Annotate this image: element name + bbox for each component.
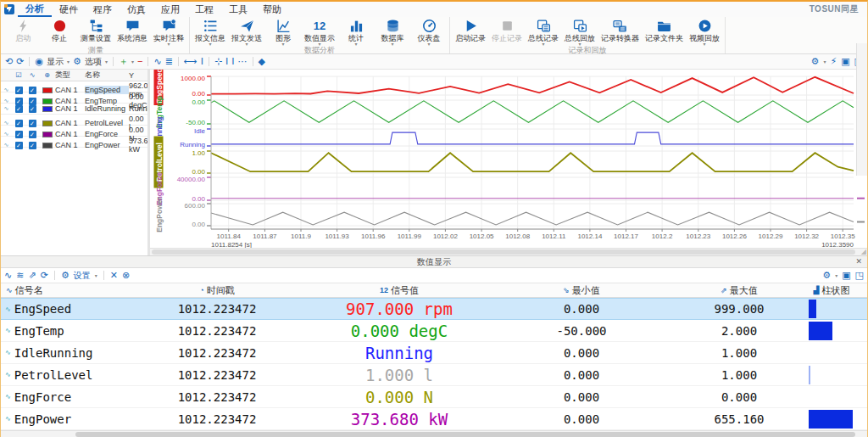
ribbon-button[interactable]: 启动记录 bbox=[453, 18, 488, 42]
ribbon-button[interactable]: 测量设置 bbox=[78, 18, 114, 42]
column-y[interactable]: Y bbox=[129, 71, 147, 80]
legend-icon[interactable]: ◆ bbox=[259, 57, 265, 66]
numeric-row[interactable]: ∿PetrolLevel1012.2234721.000 l0.0001.000 bbox=[1, 364, 867, 386]
fit-horizontal-icon[interactable]: ⟷ bbox=[184, 57, 198, 66]
numeric-row[interactable]: ∿EngPower1012.223472373.680 kW0.000655.1… bbox=[1, 408, 867, 430]
signal-name[interactable]: EngSpeed bbox=[85, 86, 129, 94]
options-menu[interactable]: 选项 bbox=[85, 56, 102, 68]
numeric-row[interactable]: ∿EngTemp1012.2234720.000 degC-50.0002.00… bbox=[1, 320, 867, 342]
display-menu[interactable]: 显示 bbox=[47, 56, 64, 68]
column-signal-value[interactable]: 信号值 bbox=[391, 284, 419, 297]
signal-color-swatch[interactable] bbox=[42, 132, 53, 137]
column-timestamp[interactable]: 时间戳 bbox=[207, 284, 235, 297]
single-axis-view-icon[interactable]: ∿ bbox=[153, 57, 161, 66]
signal-name[interactable]: IdleRunning bbox=[85, 104, 129, 113]
remove-signal-icon[interactable]: − bbox=[137, 57, 142, 66]
graph-horizontal-scrollbar[interactable]: ◢ bbox=[150, 248, 867, 255]
ribbon-button[interactable]: 总线记录▾ bbox=[526, 18, 561, 46]
clear-icon[interactable]: ✕ bbox=[110, 271, 118, 280]
export-window-icon[interactable]: ◳ bbox=[855, 271, 864, 280]
settings-gear-icon[interactable]: ⚙ bbox=[61, 271, 70, 280]
visible-checkbox[interactable]: ✓ bbox=[15, 142, 23, 149]
numeric-vertical-scrollbar[interactable] bbox=[856, 43, 867, 176]
stacked-view-icon[interactable]: ≣ bbox=[165, 57, 173, 66]
signal-color-swatch[interactable] bbox=[42, 120, 53, 126]
visible-checkbox[interactable]: ✓ bbox=[15, 131, 23, 138]
float-window-icon[interactable]: ▣ bbox=[841, 57, 849, 66]
ribbon-button[interactable]: 记录文件夹 bbox=[643, 18, 686, 42]
lightning-small-icon[interactable]: ⚡ bbox=[830, 57, 837, 66]
signal-select-icon[interactable]: ∿ bbox=[4, 271, 12, 280]
ribbon-button[interactable]: 实时注释▾ bbox=[151, 18, 186, 46]
chart-mode-icon[interactable]: ≋ bbox=[16, 271, 24, 280]
scrollbar-thumb[interactable] bbox=[75, 432, 855, 437]
scrollbar-thumb[interactable] bbox=[152, 249, 855, 255]
enabled-checkbox[interactable]: ✓ bbox=[29, 120, 36, 127]
ribbon-button[interactable]: 记录转换器 bbox=[598, 18, 642, 42]
ribbon-button[interactable]: 统计▾ bbox=[338, 18, 374, 46]
display-icon[interactable]: ◉ bbox=[35, 57, 43, 66]
wrench-icon[interactable]: ⚙ bbox=[822, 271, 831, 280]
numeric-panel-titlebar[interactable]: 数值显示 ✕ bbox=[1, 256, 867, 268]
signal-color-swatch[interactable] bbox=[42, 87, 53, 93]
fit-vertical-icon[interactable]: Ⅰ bbox=[201, 57, 203, 66]
numeric-row[interactable]: ∿EngSpeed1012.223472907.000 rpm0.000999.… bbox=[1, 298, 867, 320]
ribbon-button[interactable]: 图形▾ bbox=[265, 18, 301, 46]
ribbon-button[interactable]: 停止 bbox=[42, 18, 77, 42]
signal-color-swatch[interactable] bbox=[42, 98, 53, 104]
close-icon[interactable]: ✕ bbox=[855, 256, 862, 267]
ribbon-button[interactable]: 报文信息▾ bbox=[192, 18, 228, 46]
signal-name[interactable]: PetrolLevel bbox=[85, 119, 129, 127]
wrench-icon[interactable]: ⚙ bbox=[811, 57, 820, 66]
float-window-icon[interactable]: ▣ bbox=[842, 271, 850, 280]
menu-tab[interactable]: 程序 bbox=[86, 2, 120, 17]
settings-menu[interactable]: 设置 bbox=[74, 270, 91, 282]
redo-icon[interactable]: ⟳ bbox=[16, 57, 24, 66]
visible-checkbox[interactable]: ✓ bbox=[15, 87, 23, 94]
column-max[interactable]: 最大值 bbox=[730, 284, 758, 297]
undo-icon[interactable]: ⟲ bbox=[5, 57, 13, 66]
cursor-tools-icon[interactable]: ⊹ bbox=[214, 57, 222, 66]
menu-tab[interactable]: 分析 bbox=[18, 2, 52, 17]
menu-tab[interactable]: 应用 bbox=[153, 2, 187, 17]
trace-style-icon[interactable]: ∿ bbox=[25, 71, 39, 79]
signal-graph[interactable]: 1000.000.00EngSpeed0.00-50.00EngTempIdle… bbox=[150, 70, 866, 249]
ribbon-button[interactable]: 数据库▾ bbox=[375, 18, 410, 46]
numeric-row[interactable]: ∿EngForce1012.2234720.000 N0.0000.000 bbox=[1, 386, 867, 408]
options-gear-icon[interactable]: ⚙ bbox=[73, 57, 81, 66]
ribbon-button[interactable]: 视频回放▾ bbox=[687, 18, 722, 46]
numeric-horizontal-scrollbar[interactable] bbox=[1, 430, 867, 437]
visible-checkbox[interactable]: ✓ bbox=[15, 98, 23, 105]
enabled-checkbox[interactable]: ✓ bbox=[29, 142, 36, 149]
ribbon-button[interactable]: 报文发送▾ bbox=[229, 18, 264, 46]
signal-row[interactable]: ∿✓✓CAN 1IdleRunningRunning bbox=[1, 104, 147, 115]
marker-1-icon[interactable]: Ⅰ bbox=[225, 57, 228, 66]
marker-2-icon[interactable]: Ⅰ bbox=[231, 57, 234, 66]
ribbon-button[interactable]: 12数值显示▾ bbox=[302, 18, 337, 46]
enabled-checkbox[interactable]: ✓ bbox=[29, 98, 36, 105]
visible-checkbox-icon[interactable]: ☑ bbox=[12, 71, 25, 79]
signal-color-swatch[interactable] bbox=[42, 143, 53, 148]
menu-tab[interactable]: 硬件 bbox=[52, 2, 86, 17]
enabled-checkbox[interactable]: ✓ bbox=[29, 131, 36, 138]
ribbon-button[interactable]: 总线回放▾ bbox=[562, 18, 598, 46]
more-tools-icon[interactable]: ⋯ bbox=[238, 57, 248, 66]
clear-all-icon[interactable]: ⊗ bbox=[122, 271, 130, 280]
enabled-checkbox[interactable]: ✓ bbox=[29, 87, 36, 94]
signal-color-swatch[interactable] bbox=[42, 106, 53, 112]
pointer-icon[interactable]: ⇗ bbox=[28, 271, 36, 280]
visible-checkbox[interactable]: ✓ bbox=[15, 120, 23, 127]
signal-name[interactable]: EngPower bbox=[85, 141, 129, 149]
column-min[interactable]: 最小值 bbox=[572, 284, 600, 297]
signal-name[interactable]: EngForce bbox=[85, 130, 129, 138]
ribbon-button[interactable]: 仪表盘▾ bbox=[411, 18, 447, 46]
column-type[interactable]: 类型 bbox=[55, 70, 85, 81]
menu-tab[interactable]: 仿真 bbox=[120, 2, 153, 17]
signal-axis-label[interactable]: EngPower bbox=[155, 197, 164, 233]
column-bar[interactable]: 柱状图 bbox=[821, 284, 849, 297]
menu-tab[interactable]: 工具 bbox=[221, 2, 255, 17]
signal-row[interactable]: ∿✓✓CAN 1EngSpeed962.00 rpm bbox=[1, 81, 147, 92]
numeric-row[interactable]: ∿IdleRunning1012.223472Running0.0001.000 bbox=[1, 342, 867, 364]
menu-tab[interactable]: 工程 bbox=[187, 2, 221, 17]
enabled-checkbox[interactable]: ✓ bbox=[29, 105, 36, 113]
